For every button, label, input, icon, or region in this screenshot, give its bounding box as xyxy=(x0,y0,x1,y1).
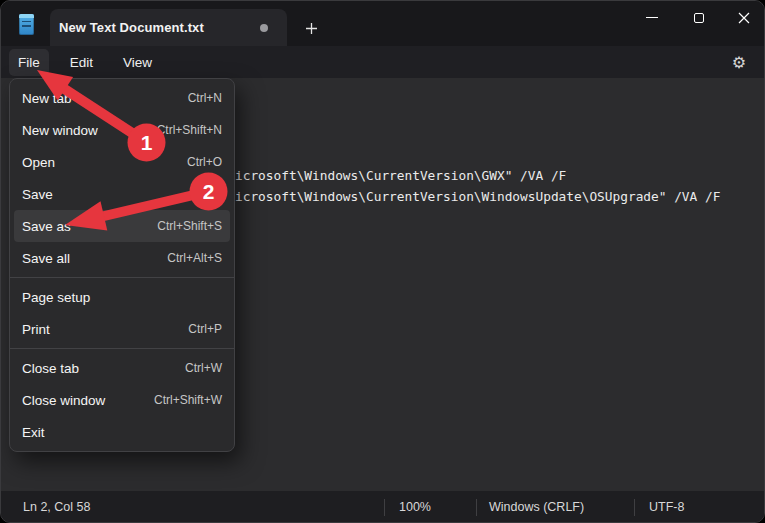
menu-item-new-tab[interactable]: New tab Ctrl+N xyxy=(14,82,230,114)
titlebar: New Text Document.txt xyxy=(1,1,764,46)
maximize-icon xyxy=(694,13,704,23)
menu-file[interactable]: File xyxy=(9,49,49,76)
menu-edit[interactable]: Edit xyxy=(61,49,102,76)
menu-item-save-as[interactable]: Save as Ctrl+Shift+S xyxy=(14,210,230,242)
status-line-ending[interactable]: Windows (CRLF) xyxy=(489,491,584,523)
status-encoding[interactable]: UTF-8 xyxy=(649,491,684,523)
document-tab[interactable]: New Text Document.txt xyxy=(50,9,287,46)
unsaved-indicator-dot xyxy=(260,24,268,32)
tab-title: New Text Document.txt xyxy=(59,9,204,46)
minimize-button[interactable] xyxy=(631,1,673,34)
menu-item-save[interactable]: Save xyxy=(14,178,230,210)
menu-item-close-window[interactable]: Close window Ctrl+Shift+W xyxy=(14,384,230,416)
menu-view[interactable]: View xyxy=(114,49,161,76)
menu-item-new-window[interactable]: New window Ctrl+Shift+N xyxy=(14,114,230,146)
menu-separator xyxy=(10,277,234,278)
menu-item-open[interactable]: Open Ctrl+O xyxy=(14,146,230,178)
menu-item-print[interactable]: Print Ctrl+P xyxy=(14,313,230,345)
close-button[interactable] xyxy=(723,1,765,34)
status-zoom-level[interactable]: 100% xyxy=(399,491,431,523)
notepad-app-icon xyxy=(19,14,34,35)
menu-separator xyxy=(10,348,234,349)
plus-icon xyxy=(305,22,318,35)
editor-text: icrosoft\Windows\CurrentVersion\GWX" /VA… xyxy=(235,165,720,207)
notepad-window: New Text Document.txt File Edit View ⚙ i… xyxy=(0,0,765,523)
minimize-icon xyxy=(646,17,658,18)
menu-item-exit[interactable]: Exit xyxy=(14,416,230,448)
new-tab-button[interactable] xyxy=(297,14,325,42)
status-divider xyxy=(634,499,635,516)
status-divider xyxy=(476,499,477,516)
settings-gear-icon[interactable]: ⚙ xyxy=(724,46,754,78)
menu-item-page-setup[interactable]: Page setup xyxy=(14,281,230,313)
menu-item-save-all[interactable]: Save all Ctrl+Alt+S xyxy=(14,242,230,274)
statusbar: Ln 2, Col 58 100% Windows (CRLF) UTF-8 xyxy=(1,491,764,523)
file-dropdown-menu: New tab Ctrl+N New window Ctrl+Shift+N O… xyxy=(9,78,235,452)
menu-item-close-tab[interactable]: Close tab Ctrl+W xyxy=(14,352,230,384)
close-icon xyxy=(738,12,750,24)
status-cursor-position: Ln 2, Col 58 xyxy=(23,491,90,523)
menubar: File Edit View ⚙ xyxy=(1,46,764,78)
maximize-button[interactable] xyxy=(678,1,720,34)
status-divider xyxy=(384,499,385,516)
